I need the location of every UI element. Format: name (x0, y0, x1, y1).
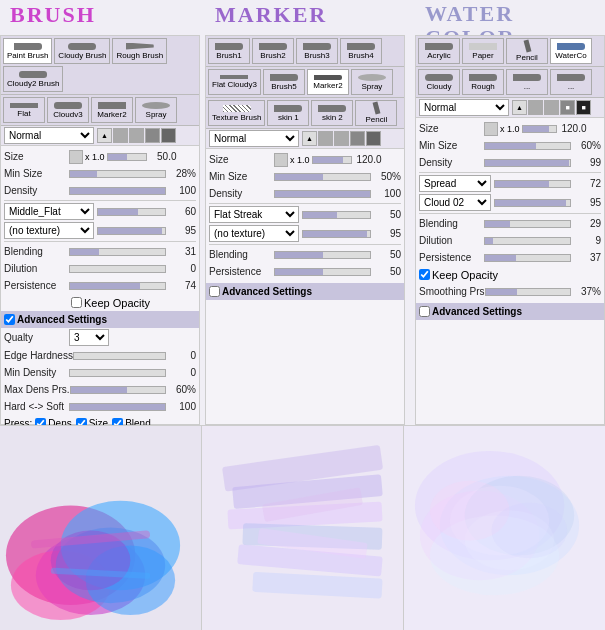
tab-cloudy-brush[interactable]: Cloudy Brush (54, 38, 110, 64)
marker-no-texture-select[interactable]: (no texture) (209, 225, 299, 242)
marker-shape-btn-1[interactable]: ▲ (302, 131, 317, 146)
brush-keep-opacity-checkbox[interactable] (71, 297, 82, 308)
brush-size-xbtn[interactable] (69, 150, 83, 164)
tab-marker-spray[interactable]: Spray (351, 69, 393, 95)
brush-blending-slider[interactable] (69, 248, 166, 256)
marker-no-texture-slider[interactable] (302, 230, 371, 238)
tab-marker-flat[interactable]: Flat Cloudy3 (208, 69, 261, 95)
water-spread-select[interactable]: Spread (419, 175, 491, 192)
marker-advanced-checkbox[interactable] (209, 286, 220, 297)
marker-shape-btn-4[interactable] (350, 131, 365, 146)
brush-quality-select[interactable]: 3 (69, 329, 109, 346)
water-shape-btn-1[interactable]: ▲ (512, 100, 527, 115)
tab-cloudv3[interactable]: Cloudv3 (47, 97, 89, 123)
water-density-label: Density (419, 157, 484, 168)
water-density-slider[interactable] (484, 159, 571, 167)
brush-normal-select[interactable]: Normal (4, 127, 94, 144)
tab-water-3[interactable]: ... (506, 69, 548, 95)
brush-hard-soft-slider[interactable] (69, 403, 166, 411)
marker-persistence-slider[interactable] (274, 268, 371, 276)
water-spread-slider[interactable] (494, 180, 571, 188)
shape-btn-4[interactable] (145, 128, 160, 143)
tab-paper[interactable]: Paper (462, 38, 504, 64)
tab-rough-water[interactable]: Rough (462, 69, 504, 95)
shape-btn-3[interactable] (129, 128, 144, 143)
water-size-slider[interactable] (522, 125, 557, 133)
brush-keep-opacity-row: Keep Opacity (1, 294, 199, 311)
shape-btn-5[interactable] (161, 128, 176, 143)
tab-marker-brush1[interactable]: Brush1 (208, 38, 250, 64)
water-shape-btn-3[interactable] (544, 100, 559, 115)
marker-shape-btn-5[interactable] (366, 131, 381, 146)
marker-size-row: Size x 1.0 120.0 (206, 151, 404, 168)
tab-cloudy2-brush[interactable]: Cloudy2 Brush (3, 66, 63, 92)
brush-middle-flat-select[interactable]: Middle_Flat (4, 203, 94, 220)
tab-pencil[interactable]: Pencil (355, 100, 397, 126)
tab-texture-brush[interactable]: Texture Brush (208, 100, 265, 126)
marker-blending-slider[interactable] (274, 251, 371, 259)
water-shape-btn-5[interactable]: ■ (576, 100, 591, 115)
tab-marker-brush5[interactable]: Brush5 (263, 69, 305, 95)
tab-marker-brush2[interactable]: Brush2 (252, 38, 294, 64)
tab-marker-brush4[interactable]: Brush4 (340, 38, 382, 64)
shape-btn-1[interactable]: ▲ (97, 128, 112, 143)
shape-btn-2[interactable] (113, 128, 128, 143)
water-cloud02-select[interactable]: Cloud 02 (419, 194, 491, 211)
tab-marker-brush3[interactable]: Brush3 (296, 38, 338, 64)
brush-edge-slider[interactable] (73, 352, 166, 360)
water-advanced-row: Advanced Settings (416, 303, 604, 320)
brush-min-density-slider[interactable] (69, 369, 166, 377)
tab-acrylic[interactable]: Acrylic (418, 38, 460, 64)
marker-panel: Brush1 Brush2 Brush3 Brush4 Flat Cloudy3… (205, 35, 405, 425)
brush-blending-row: Blending 31 (1, 243, 199, 260)
marker-density-label: Density (209, 188, 274, 199)
water-keep-opacity-checkbox[interactable] (419, 269, 430, 280)
tab-paint-brush[interactable]: Paint Brush (3, 38, 52, 64)
marker-size-slider[interactable] (312, 156, 352, 164)
water-advanced-checkbox[interactable] (419, 306, 430, 317)
water-minsize-label: Min Size (419, 140, 484, 151)
tab-waterco[interactable]: WaterCo (550, 38, 592, 64)
brush-no-texture-select[interactable]: (no texture) (4, 222, 94, 239)
svg-rect-14 (252, 572, 382, 599)
brush-no-texture-slider[interactable] (97, 227, 166, 235)
tab-flat[interactable]: Flat (3, 97, 45, 123)
tab-skin1[interactable]: skin 1 (267, 100, 309, 126)
water-shape-btn-4[interactable]: ■ (560, 100, 575, 115)
water-persistence-slider[interactable] (484, 254, 571, 262)
marker-shape-btn-2[interactable] (318, 131, 333, 146)
brush-size-slider[interactable] (107, 153, 147, 161)
water-dilution-slider[interactable] (484, 237, 571, 245)
brush-minsize-slider[interactable] (69, 170, 166, 178)
water-normal-select[interactable]: Normal (419, 99, 509, 116)
brush-max-dens-slider[interactable] (70, 386, 166, 394)
brush-density-slider[interactable] (69, 187, 166, 195)
water-minsize-slider[interactable] (484, 142, 571, 150)
tab-water-4[interactable]: ... (550, 69, 592, 95)
water-smoothing-slider[interactable] (485, 288, 571, 296)
water-shape-btn-2[interactable] (528, 100, 543, 115)
water-blending-row: Blending 29 (416, 215, 604, 232)
tab-marker2[interactable]: Marker2 (91, 97, 133, 123)
tab-pencil-water[interactable]: Pencil (506, 38, 548, 64)
brush-middle-flat-slider[interactable] (97, 208, 166, 216)
tab-rough-brush[interactable]: Rough Brush (112, 38, 167, 64)
marker-flat-streak-select[interactable]: Flat Streak (209, 206, 299, 223)
tab-spray[interactable]: Spray (135, 97, 177, 123)
tab-marker2[interactable]: Marker2 (307, 69, 349, 95)
tab-skin2[interactable]: skin 2 (311, 100, 353, 126)
tab-cloudy-water[interactable]: Cloudy (418, 69, 460, 95)
water-blending-slider[interactable] (484, 220, 571, 228)
marker-normal-select[interactable]: Normal (209, 130, 299, 147)
brush-persistence-slider[interactable] (69, 282, 166, 290)
water-cloud02-slider[interactable] (494, 199, 571, 207)
brush-advanced-checkbox[interactable] (4, 314, 15, 325)
brush-dilution-slider[interactable] (69, 265, 166, 273)
marker-size-xbtn[interactable] (274, 153, 288, 167)
marker-density-slider[interactable] (274, 190, 371, 198)
water-size-xbtn[interactable] (484, 122, 498, 136)
water-persistence-value: 37 (573, 252, 601, 263)
marker-minsize-slider[interactable] (274, 173, 371, 181)
marker-shape-btn-3[interactable] (334, 131, 349, 146)
marker-flat-streak-slider[interactable] (302, 211, 371, 219)
